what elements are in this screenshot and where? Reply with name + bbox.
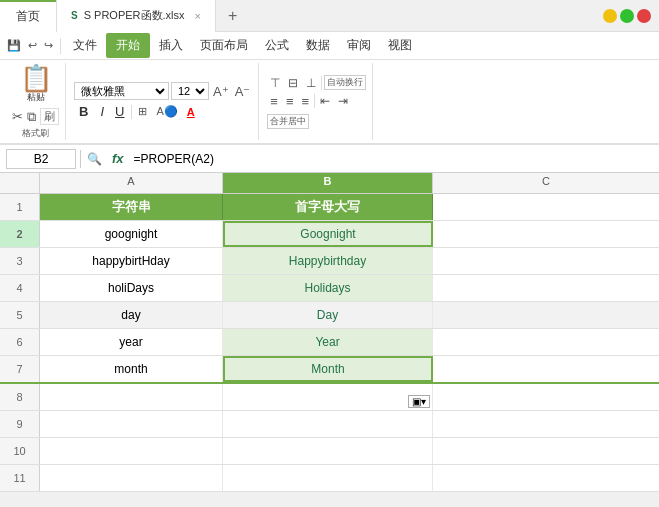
ribbon-font-group: 微软雅黑 12 A⁺ A⁻ B I U ⊞ A🔵 A — [68, 63, 259, 140]
align-right-button[interactable]: ≡ — [299, 93, 313, 110]
cell-a9[interactable] — [40, 411, 223, 437]
row-num: 9 — [0, 411, 40, 437]
cell-b9[interactable] — [223, 411, 433, 437]
row-num: 7 — [0, 356, 40, 382]
cell-a11[interactable] — [40, 465, 223, 491]
cell-c9[interactable] — [433, 411, 659, 437]
menu-review[interactable]: 审阅 — [339, 33, 379, 58]
ribbon-paste-group: 📋 粘贴 ✂ ⧉ 刷 格式刷 — [6, 63, 66, 140]
table-row: 1 字符串 首字母大写 — [0, 194, 659, 221]
wrap-text-button[interactable]: 自动换行 — [324, 75, 366, 90]
cut-button[interactable]: ✂ — [12, 109, 23, 124]
cell-a6[interactable]: year — [40, 329, 223, 355]
cell-a4[interactable]: holiDays — [40, 275, 223, 301]
window-minimize-button[interactable] — [603, 9, 617, 23]
fill-color-button[interactable]: A🔵 — [153, 104, 180, 119]
font-size-select[interactable]: 12 — [171, 82, 209, 100]
cell-a8[interactable] — [40, 384, 223, 410]
cell-c1[interactable] — [433, 194, 659, 220]
cell-a3[interactable]: happybirtHday — [40, 248, 223, 274]
font-color-button[interactable]: A — [184, 105, 198, 119]
align-bottom-button[interactable]: ⊥ — [303, 75, 319, 91]
row-num: 4 — [0, 275, 40, 301]
cell-c8[interactable] — [433, 384, 659, 410]
align-top-button[interactable]: ⊤ — [267, 75, 283, 91]
cell-a10[interactable] — [40, 438, 223, 464]
italic-button[interactable]: I — [96, 103, 108, 120]
menu-start[interactable]: 开始 — [106, 33, 150, 58]
qat-redo[interactable]: ↪ — [41, 37, 56, 54]
qat-undo[interactable]: ↩ — [25, 37, 40, 54]
cell-b7[interactable]: Month — [223, 356, 433, 382]
align-left-button[interactable]: ≡ — [267, 93, 281, 110]
close-icon[interactable]: × — [195, 10, 201, 22]
cell-b8[interactable]: ▣▾ — [223, 384, 433, 410]
cell-reference-input[interactable] — [6, 149, 76, 169]
ribbon-number-group — [375, 63, 653, 140]
decrease-font-button[interactable]: A⁻ — [233, 84, 253, 99]
cell-c5[interactable] — [433, 302, 659, 328]
cell-b3[interactable]: Happybirthday — [223, 248, 433, 274]
ribbon-align-group: ⊤ ⊟ ⊥ 自动换行 ≡ ≡ ≡ ⇤ ⇥ 合并居中 — [261, 63, 373, 140]
col-header-a[interactable]: A — [40, 173, 223, 193]
cell-b2[interactable]: Goognight — [223, 221, 433, 247]
bold-button[interactable]: B — [74, 102, 93, 121]
cell-c3[interactable] — [433, 248, 659, 274]
merge-center-button[interactable]: 合并居中 — [267, 114, 309, 129]
cell-c10[interactable] — [433, 438, 659, 464]
indent-increase-button[interactable]: ⇥ — [335, 93, 351, 109]
cell-b11[interactable] — [223, 465, 433, 491]
font-name-select[interactable]: 微软雅黑 — [74, 82, 169, 100]
cell-c7[interactable] — [433, 356, 659, 382]
copy-button[interactable]: ⧉ — [27, 109, 36, 125]
tab-file[interactable]: S S PROPER函数.xlsx × — [56, 0, 216, 32]
menu-formula[interactable]: 公式 — [257, 33, 297, 58]
paste-options-button[interactable]: ▣▾ — [408, 395, 430, 408]
cell-a7[interactable]: month — [40, 356, 223, 382]
cell-b1[interactable]: 首字母大写 — [223, 194, 433, 220]
row-num: 2 — [0, 221, 40, 247]
table-row: 6 year Year — [0, 329, 659, 356]
menu-insert[interactable]: 插入 — [151, 33, 191, 58]
row-num: 1 — [0, 194, 40, 220]
border-button[interactable]: ⊞ — [135, 104, 150, 119]
formula-input[interactable] — [132, 150, 653, 168]
window-close-button[interactable] — [637, 9, 651, 23]
cell-b6[interactable]: Year — [223, 329, 433, 355]
align-center-button[interactable]: ≡ — [283, 93, 297, 110]
cell-c11[interactable] — [433, 465, 659, 491]
indent-decrease-button[interactable]: ⇤ — [317, 93, 333, 109]
cell-b5[interactable]: Day — [223, 302, 433, 328]
align-middle-button[interactable]: ⊟ — [285, 75, 301, 91]
menu-view[interactable]: 视图 — [380, 33, 420, 58]
increase-font-button[interactable]: A⁺ — [211, 84, 231, 99]
row-num: 6 — [0, 329, 40, 355]
table-row: 9 — [0, 411, 659, 438]
new-tab-button[interactable]: + — [216, 0, 249, 32]
menu-file[interactable]: 文件 — [65, 33, 105, 58]
paste-button[interactable]: 📋 粘贴 — [14, 63, 58, 106]
table-row: 11 — [0, 465, 659, 492]
underline-button[interactable]: U — [111, 103, 128, 120]
window-maximize-button[interactable] — [620, 9, 634, 23]
qat-save[interactable]: 💾 — [4, 37, 24, 54]
col-header-b[interactable]: B — [223, 173, 433, 193]
file-icon: S — [71, 10, 78, 21]
cell-c4[interactable] — [433, 275, 659, 301]
col-header-c[interactable]: C — [433, 173, 659, 193]
cell-a5[interactable]: day — [40, 302, 223, 328]
table-row: 5 day Day — [0, 302, 659, 329]
cell-c6[interactable] — [433, 329, 659, 355]
tab-home[interactable]: 首页 — [0, 0, 56, 32]
menu-data[interactable]: 数据 — [298, 33, 338, 58]
row-num: 10 — [0, 438, 40, 464]
cell-a1[interactable]: 字符串 — [40, 194, 223, 220]
cell-b4[interactable]: Holidays — [223, 275, 433, 301]
cell-b10[interactable] — [223, 438, 433, 464]
cell-a2[interactable]: goognight — [40, 221, 223, 247]
cell-c2[interactable] — [433, 221, 659, 247]
search-icon: 🔍 — [85, 152, 104, 166]
menu-page-layout[interactable]: 页面布局 — [192, 33, 256, 58]
table-row: 3 happybirtHday Happybirthday — [0, 248, 659, 275]
format-painter-button[interactable]: 刷 — [40, 108, 59, 125]
